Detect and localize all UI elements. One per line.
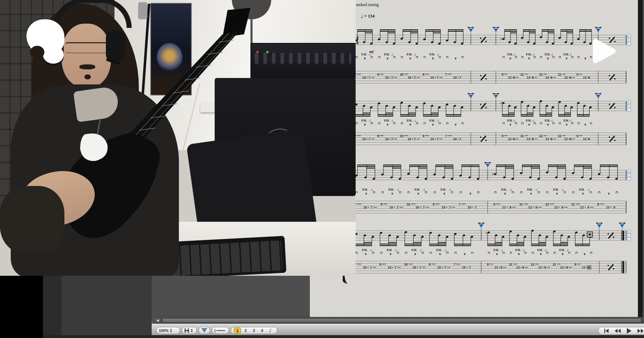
layout-stepper-icon[interactable]: [191, 329, 193, 332]
zoom-value: 100%: [159, 328, 169, 333]
censor-blob-notch: [30, 46, 44, 59]
view-button-3[interactable]: 3: [250, 328, 258, 333]
barline-marker-icon: [201, 328, 207, 333]
scrollbar-left-arrow[interactable]: ◀: [154, 318, 161, 324]
page-layout-icon: [184, 328, 189, 333]
scrollbar-track[interactable]: [162, 318, 643, 324]
censor-blob-lobe: [43, 46, 64, 64]
webcam-video: [0, 0, 356, 276]
taskbar-strip-left: [0, 335, 43, 338]
view-button-4[interactable]: 4: [258, 328, 266, 333]
fast-forward-button[interactable]: [637, 328, 644, 333]
bracket-line-icon: (: [214, 328, 216, 333]
view-button-2[interactable]: 2: [242, 328, 249, 333]
score-page: [310, 0, 638, 318]
bottom-toolbar: 100% ( 1234♪: [152, 324, 644, 335]
go-start-button[interactable]: [604, 328, 609, 333]
view-selector-group: 1234♪: [231, 327, 277, 334]
bracket-line-icon-bar: [216, 330, 225, 331]
window-edge: [643, 0, 644, 318]
window-edge: [638, 0, 643, 318]
screen: { "score": { "tuning_text": "andard tuni…: [0, 0, 644, 338]
play-overlay-icon[interactable]: [590, 37, 622, 69]
background-panel: [62, 276, 152, 338]
zoom-stepper-icon[interactable]: [170, 329, 172, 332]
person-forearm: [0, 186, 64, 254]
transport-controls: [598, 327, 644, 335]
play-button[interactable]: [626, 328, 632, 334]
letterbox-panel: [0, 276, 43, 338]
measure-width-button[interactable]: (: [212, 327, 229, 334]
layout-mode-button[interactable]: [182, 327, 197, 334]
multitrack-icon[interactable]: ♪: [267, 328, 274, 333]
view-button-1[interactable]: 1: [234, 328, 241, 333]
zoom-select[interactable]: 100%: [156, 327, 180, 334]
background-panel: [43, 276, 62, 338]
taskbar-strip: [0, 335, 644, 338]
scrollbar-thumb[interactable]: [163, 319, 641, 322]
rewind-button[interactable]: [614, 328, 621, 333]
marker-toggle-button[interactable]: [199, 327, 210, 334]
